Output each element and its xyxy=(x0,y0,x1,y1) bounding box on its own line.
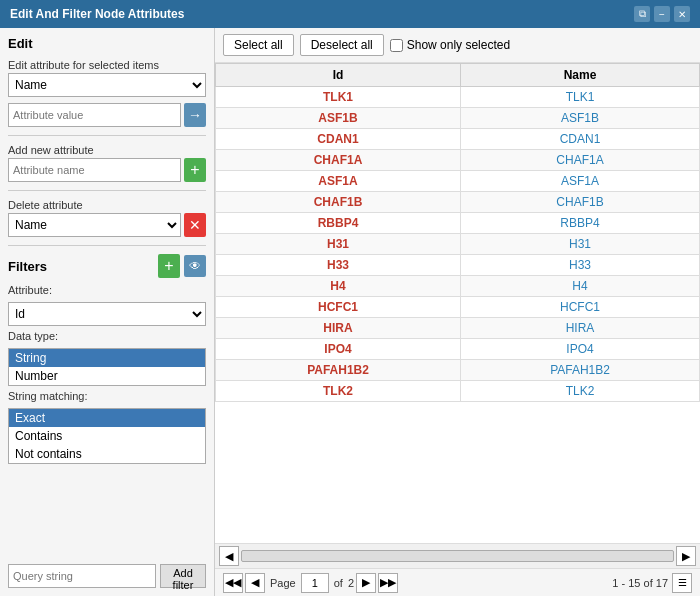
minimize-button[interactable]: − xyxy=(654,6,670,22)
right-panel: Select all Deselect all Show only select… xyxy=(215,28,700,596)
last-page-button[interactable]: ▶▶ xyxy=(378,573,398,593)
add-filter-button[interactable]: Add filter xyxy=(160,564,206,588)
cell-name: CHAF1B xyxy=(461,192,700,213)
cell-name: HIRA xyxy=(461,318,700,339)
first-page-button[interactable]: ◀◀ xyxy=(223,573,243,593)
cell-name: TLK2 xyxy=(461,381,700,402)
table-row[interactable]: CHAF1BCHAF1B xyxy=(216,192,700,213)
select-all-button[interactable]: Select all xyxy=(223,34,294,56)
window-controls: ⧉ − ✕ xyxy=(634,6,690,22)
table-row[interactable]: CHAF1ACHAF1A xyxy=(216,150,700,171)
cell-name: HCFC1 xyxy=(461,297,700,318)
add-new-label: Add new attribute xyxy=(8,144,206,156)
cell-id: ASF1A xyxy=(216,171,461,192)
query-row: Add filter xyxy=(8,560,206,588)
delete-attribute-select[interactable]: Name Id xyxy=(8,213,181,237)
prev-page-button[interactable]: ◀ xyxy=(245,573,265,593)
cell-name: H31 xyxy=(461,234,700,255)
string-matching-label: String matching: xyxy=(8,390,206,402)
divider-3 xyxy=(8,245,206,246)
table-row[interactable]: ASF1AASF1A xyxy=(216,171,700,192)
match-not-contains[interactable]: Not contains xyxy=(9,445,205,463)
filter-section: Attribute: Id Name Data type: String Num… xyxy=(8,284,206,464)
scroll-right-button[interactable]: ▶ xyxy=(676,546,696,566)
table-row[interactable]: PAFAH1B2PAFAH1B2 xyxy=(216,360,700,381)
restore-button[interactable]: ⧉ xyxy=(634,6,650,22)
cell-name: CHAF1A xyxy=(461,150,700,171)
show-only-selected-checkbox[interactable] xyxy=(390,39,403,52)
cell-id: TLK2 xyxy=(216,381,461,402)
cell-name: H4 xyxy=(461,276,700,297)
delete-row: Name Id ✕ xyxy=(8,213,206,237)
deselect-all-button[interactable]: Deselect all xyxy=(300,34,384,56)
window-title: Edit And Filter Node Attributes xyxy=(10,7,184,21)
show-filter-button[interactable]: 👁 xyxy=(184,255,206,277)
cell-id: HCFC1 xyxy=(216,297,461,318)
cell-id: IPO4 xyxy=(216,339,461,360)
table-row[interactable]: IPO4IPO4 xyxy=(216,339,700,360)
left-panel: Edit Edit attribute for selected items N… xyxy=(0,28,215,596)
edit-attribute-select[interactable]: Name Id xyxy=(8,73,206,97)
cell-id: RBBP4 xyxy=(216,213,461,234)
cell-name: PAFAH1B2 xyxy=(461,360,700,381)
cell-id: H31 xyxy=(216,234,461,255)
cell-id: CDAN1 xyxy=(216,129,461,150)
data-type-number[interactable]: Number xyxy=(9,367,205,385)
add-filter-plus-button[interactable]: + xyxy=(158,254,180,278)
attribute-value-row: → xyxy=(8,103,206,127)
table-row[interactable]: HCFC1HCFC1 xyxy=(216,297,700,318)
filter-attribute-select[interactable]: Id Name xyxy=(8,302,206,326)
main-layout: Edit Edit attribute for selected items N… xyxy=(0,28,700,596)
table-row[interactable]: TLK1TLK1 xyxy=(216,87,700,108)
add-attribute-button[interactable]: + xyxy=(184,158,206,182)
of-label: of xyxy=(334,577,343,589)
match-exact[interactable]: Exact xyxy=(9,409,205,427)
table-row[interactable]: H31H31 xyxy=(216,234,700,255)
col-name: Name xyxy=(461,64,700,87)
table-row[interactable]: ASF1BASF1B xyxy=(216,108,700,129)
show-only-selected-label[interactable]: Show only selected xyxy=(390,38,510,52)
delete-attribute-section: Delete attribute Name Id ✕ xyxy=(8,199,206,237)
apply-attribute-button[interactable]: → xyxy=(184,103,206,127)
scroll-left-button[interactable]: ◀ xyxy=(219,546,239,566)
close-button[interactable]: ✕ xyxy=(674,6,690,22)
table-row[interactable]: CDAN1CDAN1 xyxy=(216,129,700,150)
cell-name: RBBP4 xyxy=(461,213,700,234)
data-type-list: String Number xyxy=(8,348,206,386)
add-new-attribute-section: Add new attribute + xyxy=(8,144,206,182)
attribute-name-input[interactable] xyxy=(8,158,181,182)
page-number-input[interactable] xyxy=(301,573,329,593)
cell-id: CHAF1A xyxy=(216,150,461,171)
cell-id: H4 xyxy=(216,276,461,297)
delete-label: Delete attribute xyxy=(8,199,206,211)
add-attribute-row: + xyxy=(8,158,206,182)
next-page-button[interactable]: ▶ xyxy=(356,573,376,593)
attribute-value-input[interactable] xyxy=(8,103,181,127)
query-string-input[interactable] xyxy=(8,564,156,588)
cell-name: IPO4 xyxy=(461,339,700,360)
toolbar: Select all Deselect all Show only select… xyxy=(215,28,700,63)
total-pages: 2 xyxy=(348,577,354,589)
match-contains[interactable]: Contains xyxy=(9,427,205,445)
data-type-label: Data type: xyxy=(8,330,206,342)
table-row[interactable]: H33H33 xyxy=(216,255,700,276)
page-controls: ◀◀ ◀ Page of 2 ▶ ▶▶ xyxy=(223,573,398,593)
table-row[interactable]: H4H4 xyxy=(216,276,700,297)
table-row[interactable]: TLK2TLK2 xyxy=(216,381,700,402)
h-scrollbar-track[interactable] xyxy=(241,550,674,562)
table-container: Id Name TLK1TLK1ASF1BASF1BCDAN1CDAN1CHAF… xyxy=(215,63,700,543)
edit-attribute-label-wrapper: Edit attribute for selected items Name I… xyxy=(8,59,206,97)
columns-button[interactable]: ☰ xyxy=(672,573,692,593)
edit-title: Edit xyxy=(8,36,206,51)
show-only-selected-text: Show only selected xyxy=(407,38,510,52)
cell-name: H33 xyxy=(461,255,700,276)
table-row[interactable]: HIRAHIRA xyxy=(216,318,700,339)
col-id: Id xyxy=(216,64,461,87)
edit-attribute-label: Edit attribute for selected items xyxy=(8,59,206,71)
edit-section: Edit xyxy=(8,36,206,53)
table-row[interactable]: RBBP4RBBP4 xyxy=(216,213,700,234)
cell-id: PAFAH1B2 xyxy=(216,360,461,381)
delete-attribute-button[interactable]: ✕ xyxy=(184,213,206,237)
divider-2 xyxy=(8,190,206,191)
data-type-string[interactable]: String xyxy=(9,349,205,367)
